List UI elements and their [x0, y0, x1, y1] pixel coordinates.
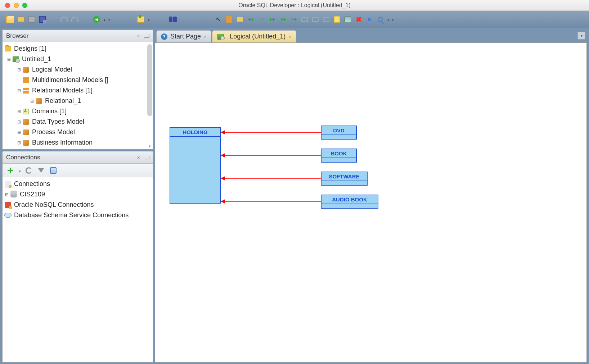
arrow-icon — [221, 199, 225, 204]
new-connection-button[interactable] — [6, 166, 15, 175]
entity-audio-book[interactable]: AUDIO BOOK — [321, 195, 378, 209]
tab-close-icon[interactable]: × — [204, 34, 207, 40]
tree-label: Domains [1] — [32, 108, 67, 115]
filter-button[interactable] — [37, 166, 45, 175]
relation-line — [225, 178, 321, 179]
tree-label: Relational_1 — [45, 97, 81, 105]
refresh-button[interactable] — [24, 166, 33, 175]
subview-tool-2[interactable] — [311, 15, 320, 24]
zoom-dropdown[interactable] — [387, 16, 389, 23]
entity-title: AUDIO BOOK — [322, 195, 378, 204]
arrow-icon — [221, 130, 225, 135]
tab-label: Start Page — [170, 33, 201, 40]
zoom-button[interactable] — [376, 15, 385, 24]
connections-toolbar — [3, 164, 153, 177]
save-all-button[interactable] — [38, 15, 47, 24]
subview-tool-3[interactable] — [322, 15, 331, 24]
tab-start-page[interactable]: ? Start Page × — [156, 30, 211, 42]
new-entity-tool[interactable] — [225, 15, 233, 24]
panel-minimize-icon[interactable] — [144, 33, 149, 39]
main-toolbar: ◄ ↖ ↤ → ↦ ↣ ⤳ ✖ » — [0, 11, 589, 28]
nosql-connections-node[interactable]: Oracle NoSQL Connections — [4, 200, 153, 210]
inheritance-tool[interactable]: ⤳ — [289, 15, 298, 24]
tab-close-icon[interactable]: × — [288, 34, 291, 40]
new-connection-dropdown[interactable] — [18, 167, 21, 174]
relation-1n-tool[interactable]: ↤ — [246, 15, 255, 24]
window-title: Oracle SQL Developer : Logical (Untitled… — [0, 2, 589, 9]
relation-line — [225, 132, 321, 133]
toolbar-overflow-1[interactable] — [108, 16, 111, 23]
tree-item-child[interactable]: ⊞ Relational_1 — [4, 96, 153, 106]
arc-tool[interactable]: ↣ — [279, 15, 287, 24]
tree-item[interactable]: ⊞ Process Model — [4, 127, 153, 137]
tree-label: Process Model — [32, 128, 75, 136]
new-button[interactable] — [6, 15, 14, 24]
save-button[interactable] — [27, 15, 36, 24]
undo-button[interactable] — [60, 15, 68, 24]
back-button[interactable]: ◄ — [92, 15, 101, 24]
tree-label: Untitled_1 — [22, 55, 51, 63]
arrow-icon — [221, 153, 225, 158]
tree-label: Multidimensional Models [] — [32, 76, 108, 84]
tree-item[interactable]: Multidimensional Models [] — [4, 75, 153, 85]
tree-label: Data Types Model — [32, 118, 84, 126]
schema-service-node[interactable]: Database Schema Service Connections — [4, 210, 153, 220]
entity-holding[interactable]: HOLDING — [170, 127, 221, 204]
tree-item[interactable]: ⊟ Relational Models [1] — [4, 85, 153, 96]
connections-panel: Connections × Connections — [2, 151, 153, 363]
browser-panel: Browser × Designs [1] ⊟ Untitled_1 — [2, 29, 153, 150]
redo-button[interactable] — [71, 15, 79, 24]
new-view-tool[interactable] — [235, 15, 244, 24]
entity-title: DVD — [322, 126, 356, 135]
browser-panel-title: Browser — [6, 32, 28, 40]
tree-item[interactable]: ⊞ Domains [1] — [4, 106, 153, 117]
engineer-button[interactable]: » — [365, 15, 374, 24]
delete-button[interactable]: ✖ — [354, 15, 363, 24]
tree-item[interactable]: ⊞ Data Types Model — [4, 117, 153, 127]
diagram-canvas[interactable]: HOLDING DVD BOOK SOFTWARE AUDIO BOOK — [155, 42, 587, 363]
scroll-down-icon[interactable]: ▾ — [147, 144, 152, 149]
sql-worksheet-button[interactable] — [136, 15, 145, 24]
tab-label: Logical (Untitled_1) — [230, 33, 285, 40]
tree-label: Database Schema Service Connections — [14, 211, 129, 219]
relation-line — [225, 201, 321, 202]
connection-item[interactable]: ⊞ CIS2109 — [4, 189, 153, 200]
panel-close-icon[interactable]: × — [137, 33, 140, 39]
entity-title: SOFTWARE — [322, 172, 367, 181]
tree-design-node[interactable]: ⊟ Untitled_1 — [4, 54, 153, 64]
entity-title: HOLDING — [170, 128, 220, 137]
relation-11-tool[interactable]: → — [257, 15, 266, 24]
note-tool[interactable] — [333, 15, 341, 24]
arrow-icon — [221, 176, 225, 181]
entity-software[interactable]: SOFTWARE — [321, 172, 368, 186]
back-dropdown[interactable] — [103, 16, 105, 23]
panel-minimize-icon[interactable] — [144, 154, 149, 160]
tree-label: CIS2109 — [20, 191, 45, 198]
tab-list-dropdown[interactable]: ▾ — [577, 32, 585, 40]
tree-item[interactable]: ⊞ Business Information — [4, 137, 153, 148]
find-button[interactable] — [168, 15, 177, 24]
tab-logical[interactable]: Logical (Untitled_1) × — [212, 30, 296, 42]
help-icon: ? — [161, 33, 167, 40]
image-tool[interactable] — [343, 15, 352, 24]
connections-panel-title: Connections — [6, 154, 40, 161]
scrollbar-thumb[interactable] — [147, 44, 152, 116]
entity-dvd[interactable]: DVD — [321, 126, 357, 140]
tree-label: Relational Models [1] — [32, 87, 93, 94]
sql-dropdown[interactable] — [147, 16, 150, 23]
select-tool[interactable]: ↖ — [214, 15, 222, 24]
diagram-icon — [217, 33, 225, 40]
panel-close-icon[interactable]: × — [137, 154, 140, 160]
tree-designs-root[interactable]: Designs [1] — [4, 44, 153, 54]
tree-item[interactable]: Change Requests [] — [4, 148, 153, 149]
toolbar-overflow-2[interactable] — [391, 16, 394, 23]
entity-book[interactable]: BOOK — [321, 149, 357, 163]
relation-mn-tool[interactable]: ↦ — [268, 15, 276, 24]
relation-line — [225, 155, 321, 156]
tree-label: Logical Model — [32, 66, 72, 73]
subview-tool-1[interactable] — [300, 15, 309, 24]
tree-item[interactable]: ⊞ Logical Model — [4, 64, 153, 75]
color-button[interactable] — [49, 166, 58, 175]
connections-node[interactable]: Connections — [4, 179, 153, 189]
open-button[interactable] — [17, 15, 25, 24]
